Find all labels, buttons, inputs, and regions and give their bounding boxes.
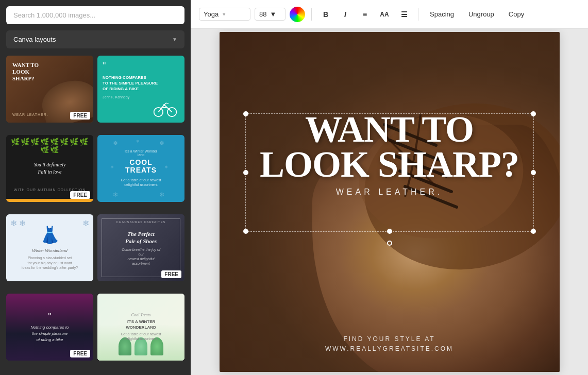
template-card-1[interactable]: WANT TOLOOKSHARP? WEAR LEATHER. FREE — [6, 56, 93, 123]
card2-author: John F. Kennedy — [103, 95, 179, 99]
template-card-8[interactable]: Cool Treats IT'S A WINTERWONDERLAND Get … — [97, 294, 184, 361]
card6-desc: Come breathe the joy of ournewest deligh… — [119, 247, 163, 265]
card3-badge: FREE — [70, 191, 90, 199]
card5-dress-icon: 👗 — [40, 225, 60, 245]
svg-text:❄: ❄ — [113, 140, 118, 147]
font-selector[interactable]: Yoga ▼ — [199, 8, 250, 21]
left-panel: Search 1,000,000 images... Canva layouts… — [0, 0, 191, 375]
search-input[interactable]: Search 1,000,000 images... — [6, 6, 184, 24]
align-button[interactable]: ≡ — [357, 7, 373, 22]
template-card-7[interactable]: " Nothing compares tothe simple pleasure… — [6, 294, 93, 361]
card7-quote: Nothing compares tothe simple pleasureof… — [12, 325, 87, 343]
snowflake-icon: ❄ ❄ — [10, 218, 26, 228]
svg-text:❄: ❄ — [113, 191, 118, 198]
card1-badge: FREE — [70, 112, 90, 120]
text-size-button[interactable]: AA — [377, 7, 392, 22]
card6-badge: FREE — [161, 270, 181, 278]
main-area: Yoga ▼ 88 ▼ B I ≡ AA ☰ Spacing Ungroup — [191, 0, 588, 375]
card6-title: The PerfectPair of Shoes Come breathe th… — [119, 230, 163, 266]
card5-subtitle: Planning a star-studded setfor your big … — [22, 255, 78, 270]
canvas-find-line2: WWW.REALLYGREATSITE.COM — [220, 344, 560, 354]
template-card-3[interactable]: 🌿🌿🌿🌿🌿🌿🌿🌿🌿🌿 You'll definitelyFall in love… — [6, 135, 93, 202]
card8-title: IT'S A WINTERWONDERLAND — [104, 319, 178, 331]
bike-icon — [151, 99, 179, 117]
font-dropdown-arrow: ▼ — [222, 12, 226, 17]
canvas-bottom-text: FIND YOUR STYLE AT WWW.REALLYGREATSITE.C… — [220, 334, 560, 354]
card5-title: Winter Wonderland — [32, 248, 67, 253]
bold-button[interactable]: B — [318, 7, 333, 22]
card1-subtitle: WEAR LEATHER. — [12, 113, 48, 116]
italic-button[interactable]: I — [338, 7, 353, 22]
quote-mark: " — [12, 312, 87, 322]
card8-pretitle: Cool Treats — [104, 312, 178, 318]
size-dropdown-arrow: ▼ — [270, 10, 276, 18]
canvas-area: WANT TO LOOK SHARP? WEAR LEATHER. FIND Y… — [191, 29, 588, 375]
canvas-find-line1: FIND YOUR STYLE AT — [220, 334, 560, 344]
card1-title: WANT TOLOOKSHARP? — [12, 62, 39, 82]
svg-point-2 — [163, 104, 165, 106]
svg-text:❄: ❄ — [164, 165, 168, 169]
canvas[interactable]: WANT TO LOOK SHARP? WEAR LEATHER. FIND Y… — [220, 32, 560, 372]
template-card-6[interactable]: CHAUSSURES PARFAITES The PerfectPair of … — [97, 214, 184, 281]
color-picker-button[interactable] — [290, 7, 305, 22]
canvas-subtext: WEAR LEATHER. — [243, 187, 536, 197]
template-card-2[interactable]: " NOTHING COMPARESTO THE SIMPLE PLEASURE… — [97, 56, 184, 123]
toolbar: Yoga ▼ 88 ▼ B I ≡ AA ☰ Spacing Ungroup — [191, 0, 588, 29]
template-card-5[interactable]: ❄ ❄ ❄ 👗 Winter Wonderland Planning a sta… — [6, 214, 93, 281]
svg-text:❄: ❄ — [110, 165, 114, 169]
toolbar-divider-1 — [311, 8, 312, 21]
template-card-4[interactable]: ❄ ❄ ❄ ❄ ❄ ❄ ❄ It's a Winter Wonderland C… — [97, 135, 184, 202]
card7-badge: FREE — [70, 350, 90, 357]
card2-quote: NOTHING COMPARESTO THE SIMPLE PLEASUREOF… — [103, 75, 179, 92]
layouts-dropdown[interactable]: Canva layouts ▼ — [6, 30, 184, 48]
spacing-button[interactable]: Spacing — [425, 8, 459, 20]
svg-text:❄: ❄ — [159, 140, 164, 147]
list-button[interactable]: ☰ — [396, 7, 412, 22]
toolbar-divider-2 — [418, 8, 418, 21]
ungroup-button[interactable]: Ungroup — [463, 8, 499, 20]
canvas-headline: WANT TO LOOK SHARP? — [243, 112, 536, 182]
snowflakes-decoration: ❄ ❄ ❄ ❄ ❄ ❄ ❄ — [97, 135, 184, 202]
snowflake-icon-2: ❄ — [82, 218, 89, 228]
copy-button[interactable]: Copy — [503, 8, 529, 20]
template-grid: WANT TOLOOKSHARP? WEAR LEATHER. FREE " N… — [6, 56, 184, 369]
card3-title: You'll definitelyFall in love — [10, 161, 89, 176]
canvas-headline-group[interactable]: WANT TO LOOK SHARP? WEAR LEATHER. — [243, 112, 536, 197]
card6-caption: CHAUSSURES PARFAITES — [97, 220, 184, 224]
card8-text: Cool Treats IT'S A WINTERWONDERLAND Get … — [104, 312, 178, 342]
chevron-down-icon: ▼ — [172, 37, 177, 42]
card8-desc: Get a taste of our newestdelightful asso… — [104, 332, 178, 342]
svg-text:❄: ❄ — [159, 191, 164, 198]
svg-text:❄: ❄ — [136, 139, 140, 144]
font-size-selector[interactable]: 88 ▼ — [255, 8, 285, 21]
